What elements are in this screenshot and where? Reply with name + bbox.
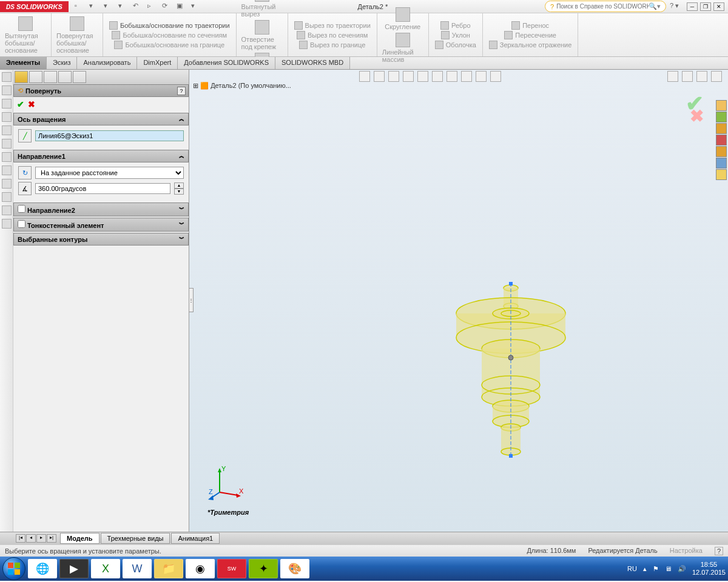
dir2-section-header[interactable]: Направление2︾ [13,202,189,216]
tray-lang[interactable]: RU [627,565,637,572]
pm-tab-3[interactable] [44,71,57,83]
intersect-button[interactable]: Пересечение [502,30,559,40]
open-icon[interactable]: ▾ [89,2,99,12]
status-customize[interactable]: Настройка [670,547,703,555]
thin-checkbox[interactable] [18,220,25,228]
tab-mbd[interactable]: SOLIDWORKS MBD [275,57,350,69]
doc-min-icon[interactable] [667,71,678,82]
doc-close-icon[interactable] [711,71,722,82]
fillet-button[interactable]: Скругление [381,6,425,32]
axis-section-header[interactable]: Ось вращения︽ [13,113,189,125]
axis-input[interactable] [35,130,184,141]
tab-sketch[interactable]: Эскиз [47,57,77,69]
section-view-icon[interactable] [403,71,414,82]
fm-tab-2[interactable] [2,85,12,95]
taskbar-media[interactable]: ▶ [59,559,89,578]
lofted-boss-button[interactable]: Бобышка/основание по сечениям [109,30,229,40]
close-button[interactable]: ✕ [713,2,724,11]
taskpane-resources[interactable] [716,112,727,122]
display-style-icon[interactable] [432,71,443,82]
pm-tab-1[interactable] [15,71,28,83]
pm-tab-5[interactable] [73,71,86,83]
rebuild-icon[interactable]: ⟳ [162,2,172,12]
taskbar-excel[interactable]: X [91,559,120,578]
taskbar-paint[interactable]: 🎨 [280,559,309,578]
taskbar-word[interactable]: W [123,559,152,578]
help-search[interactable]: ? 🔍▾ [545,1,666,12]
hide-show-icon[interactable] [447,71,457,82]
scene-icon[interactable] [476,71,487,82]
tab-nav-next[interactable]: ▸ [36,534,46,543]
taskbar-chrome[interactable]: ◉ [186,559,215,578]
move-button[interactable]: Перенос [509,21,551,30]
reverse-direction-icon[interactable]: ↻ [18,166,32,179]
tab-nav-prev[interactable]: ◂ [26,534,36,543]
ok-button[interactable]: ✔ [17,99,24,109]
extruded-cut-button[interactable]: Вытянутый вырез [240,0,284,19]
revolved-boss-button[interactable]: Повернутая бобышка/основание [55,15,99,55]
start-button[interactable] [2,557,25,580]
fm-tab-9[interactable] [2,179,12,189]
taskbar-app-green[interactable]: ✦ [249,559,278,578]
fm-tab-7[interactable] [2,152,12,162]
doc-max-icon[interactable] [696,71,707,82]
print-icon[interactable]: ▾ [118,2,128,12]
dir1-section-header[interactable]: Направление1︽ [13,150,189,162]
hole-wizard-button[interactable]: Отверстие под крепеж [240,19,284,52]
tab-animation[interactable]: Анимация1 [171,533,220,544]
view-orient-icon[interactable] [417,71,428,82]
taskbar-solidworks[interactable]: SW [217,559,246,578]
end-condition-select[interactable]: На заданное расстояние [35,167,184,179]
minimize-button[interactable]: ─ [687,2,698,11]
contours-section-header[interactable]: Выбранные контуры︾ [13,233,189,246]
cancel-button[interactable]: ✖ [28,99,35,109]
restore-button[interactable]: ❐ [700,2,711,11]
spin-down[interactable]: ▼ [174,189,184,195]
thin-section-header[interactable]: Тонкостенный элемент︾ [13,218,189,232]
save-icon[interactable]: ▾ [104,2,113,12]
tab-nav-first[interactable]: |◂ [16,534,25,543]
view-settings-icon[interactable] [490,71,501,82]
tray-flag-icon[interactable]: ⚑ [653,565,659,573]
swept-boss-button[interactable]: Бобышка/основание по траектории [107,21,232,30]
taskpane-view[interactable] [716,135,727,146]
fm-tab-3[interactable] [2,99,12,109]
draft-button[interactable]: Уклон [439,30,473,40]
swept-cut-button[interactable]: Вырез по траектории [292,21,373,30]
fm-tab-10[interactable] [2,192,12,202]
taskpane-props[interactable] [716,158,727,169]
fm-tab-11[interactable] [2,206,12,215]
pm-tab-4[interactable] [58,71,72,83]
graphics-viewport[interactable]: ⋮ ⊞ 🟧 Деталь2 (По умолчанию... ✔ ✖ [189,70,728,532]
spin-up[interactable]: ▲ [174,182,184,189]
prev-view-icon[interactable] [388,71,399,82]
angle-input[interactable] [35,183,170,194]
tray-network-icon[interactable]: 🖥 [665,565,672,572]
more-icon[interactable]: ▾ [191,2,201,12]
appearance-icon[interactable] [461,71,472,82]
search-go-icon[interactable]: 🔍▾ [649,2,661,10]
tray-volume-icon[interactable]: 🔊 [678,565,686,573]
fm-tab-8[interactable] [2,166,12,175]
options-icon[interactable]: ▣ [177,2,186,12]
tray-clock[interactable]: 18:5512.07.2015 [692,561,726,577]
help-dropdown[interactable]: ? ▾ [670,2,679,12]
status-help-icon[interactable]: ? [715,547,723,555]
taskbar-ie[interactable]: 🌐 [28,559,57,578]
tray-chevron-icon[interactable]: ▴ [643,565,647,573]
select-icon[interactable]: ▹ [147,2,157,12]
undo-icon[interactable]: ↶ [133,2,143,12]
panel-collapse-handle[interactable]: ⋮ [189,288,194,312]
shell-button[interactable]: Оболочка [433,40,479,50]
fm-tab-5[interactable] [2,125,12,135]
flyout-tree[interactable]: ⊞ 🟧 Деталь2 (По умолчанию... [193,82,291,90]
rib-button[interactable]: Ребро [438,21,473,30]
search-input[interactable] [556,3,649,10]
taskpane-home[interactable] [716,100,727,111]
tab-model[interactable]: Модель [60,533,99,544]
dir2-checkbox[interactable] [18,205,25,213]
linear-pattern-button[interactable]: Линейный массив [381,32,425,64]
tab-3dviews[interactable]: Трехмерные виды [101,533,170,544]
confirm-cancel-icon[interactable]: ✖ [690,106,704,126]
taskpane-design[interactable] [716,123,727,134]
